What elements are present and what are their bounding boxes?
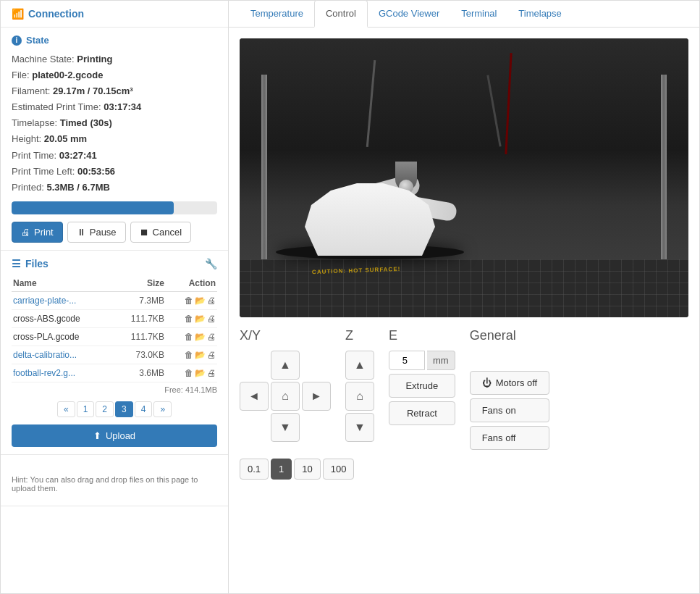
file-row: File: plate00-2.gcode: [12, 67, 217, 83]
page-2-button[interactable]: 2: [96, 401, 114, 417]
state-section: i State Machine State: Printing File: pl…: [1, 28, 228, 251]
print-button[interactable]: 🖨 Print: [12, 222, 63, 243]
delete-file-button[interactable]: 🗑: [185, 314, 193, 324]
general-controls: ⏻ Motors off Fans on Fans off: [470, 371, 550, 450]
delete-file-button[interactable]: 🗑: [185, 350, 193, 360]
page-1-button[interactable]: 1: [77, 401, 95, 417]
file-actions: 🗑📂🖨: [166, 309, 217, 327]
prev-page-button[interactable]: «: [57, 401, 75, 417]
machine-state-label: Machine State:: [12, 54, 75, 64]
page-3-button[interactable]: 3: [115, 401, 133, 417]
z-minus-button[interactable]: ▼: [345, 413, 374, 442]
print-time-value: 03:27:41: [59, 150, 97, 161]
estimated-label: Estimated Print Time:: [12, 101, 101, 112]
state-header: i State: [12, 35, 217, 46]
control-panel: CAUTION: HOT SURFACE! X/Y ▲ ◄ ⌂ ►: [229, 28, 699, 490]
y-plus-button[interactable]: ▲: [271, 351, 300, 380]
file-size: 111.7KB: [113, 327, 166, 346]
tab-bar: Temperature Control GCode Viewer Termina…: [229, 1, 699, 28]
table-row: football-rev2.g...3.6MB🗑📂🖨: [12, 364, 217, 382]
connection-section[interactable]: 📶 Connection: [1, 1, 228, 28]
delete-file-button[interactable]: 🗑: [185, 296, 193, 306]
progress-bar: [12, 201, 174, 214]
general-section: General ⏻ Motors off Fans on Fans off: [470, 328, 550, 450]
z-home-button[interactable]: ⌂: [345, 382, 374, 411]
load-file-button[interactable]: 📂: [195, 368, 206, 378]
z-section: Z ▲ ⌂ ▼: [345, 328, 374, 442]
table-row: cross-ABS.gcode111.7KB🗑📂🖨: [12, 309, 217, 327]
file-link[interactable]: delta-calibratio...: [13, 350, 77, 360]
xy-jog-grid: ▲ ◄ ⌂ ► ▼: [240, 351, 331, 442]
connection-label: Connection: [28, 8, 84, 20]
timelapse-value: Timed (30s): [60, 117, 112, 128]
x-plus-button[interactable]: ►: [302, 382, 331, 411]
print-file-button[interactable]: 🖨: [207, 314, 216, 324]
step-10-button[interactable]: 10: [294, 459, 320, 480]
file-size: 3.6MB: [113, 364, 166, 382]
files-table-header: Name Size Action: [12, 275, 217, 292]
drag-hint-section: Hint: You can also drag and drop files o…: [1, 455, 228, 506]
general-label: General: [470, 328, 550, 343]
list-icon: ☰: [12, 258, 21, 269]
tab-temperature[interactable]: Temperature: [240, 1, 314, 28]
state-label: State: [26, 35, 49, 46]
print-file-button[interactable]: 🖨: [207, 368, 216, 378]
upload-button[interactable]: ⬆ Upload: [12, 424, 217, 447]
file-link[interactable]: carriage-plate-...: [13, 296, 76, 306]
e-section: E mm Extrude Retract: [389, 328, 455, 425]
cable-3: [505, 53, 512, 154]
printed-label: Printed:: [12, 182, 44, 193]
file-name: cross-PLA.gcode: [12, 327, 113, 346]
page-4-button[interactable]: 4: [135, 401, 153, 417]
delete-file-button[interactable]: 🗑: [185, 332, 193, 342]
progress-bar-container: [12, 201, 217, 214]
file-link[interactable]: football-rev2.g...: [13, 368, 75, 378]
load-file-button[interactable]: 📂: [195, 314, 206, 324]
tab-control[interactable]: Control: [314, 0, 368, 28]
load-file-button[interactable]: 📂: [195, 332, 206, 342]
pause-button[interactable]: ⏸ Pause: [67, 222, 126, 243]
tab-gcode-viewer[interactable]: GCode Viewer: [368, 1, 450, 28]
step-1-button[interactable]: 1: [271, 459, 292, 480]
wrench-icon[interactable]: 🔧: [205, 258, 217, 269]
machine-state-value: Printing: [77, 54, 112, 64]
load-file-button[interactable]: 📂: [195, 350, 206, 360]
print-file-button[interactable]: 🖨: [207, 296, 216, 306]
timelapse-row: Timelapse: Timed (30s): [12, 115, 217, 131]
x-minus-button[interactable]: ◄: [240, 382, 269, 411]
filament-value: 29.17m / 70.15cm³: [53, 85, 133, 96]
pagination: « 1 2 3 4 »: [12, 401, 217, 417]
action-buttons: 🖨 Print ⏸ Pause ⏹ Cancel: [12, 222, 217, 243]
e-controls: mm Extrude Retract: [389, 351, 455, 425]
power-icon: ⏻: [482, 377, 492, 388]
extrude-button[interactable]: Extrude: [389, 374, 455, 398]
xy-home-button[interactable]: ⌂: [271, 382, 300, 411]
cancel-button[interactable]: ⏹ Cancel: [130, 222, 191, 243]
tab-timelapse[interactable]: Timelapse: [507, 1, 572, 28]
drag-hint: Hint: You can also drag and drop files o…: [12, 469, 217, 498]
z-plus-button[interactable]: ▲: [345, 351, 374, 380]
print-file-button[interactable]: 🖨: [207, 332, 216, 342]
sidebar: 📶 Connection i State Machine State: Prin…: [1, 1, 229, 593]
files-label: Files: [25, 258, 49, 269]
height-label: Height:: [12, 133, 41, 144]
load-file-button[interactable]: 📂: [195, 296, 206, 306]
motors-off-button[interactable]: ⏻ Motors off: [470, 371, 550, 395]
delete-file-button[interactable]: 🗑: [185, 368, 193, 378]
step-100-button[interactable]: 100: [323, 459, 355, 480]
table-row: cross-PLA.gcode111.7KB🗑📂🖨: [12, 327, 217, 346]
estimated-row: Estimated Print Time: 03:17:34: [12, 99, 217, 115]
fans-on-button[interactable]: Fans on: [470, 398, 550, 422]
fans-off-button[interactable]: Fans off: [470, 426, 550, 450]
mm-input[interactable]: [389, 351, 425, 370]
free-space: Free: 414.1MB: [12, 385, 217, 394]
print-file-button[interactable]: 🖨: [207, 350, 216, 360]
col-size: Size: [113, 275, 166, 292]
tab-terminal[interactable]: Terminal: [450, 1, 507, 28]
next-page-button[interactable]: »: [153, 401, 172, 417]
retract-button[interactable]: Retract: [389, 401, 455, 425]
xy-label: X/Y: [240, 328, 331, 343]
height-value: 20.05 mm: [44, 133, 87, 144]
step-01-button[interactable]: 0.1: [240, 459, 269, 480]
y-minus-button[interactable]: ▼: [271, 413, 300, 442]
